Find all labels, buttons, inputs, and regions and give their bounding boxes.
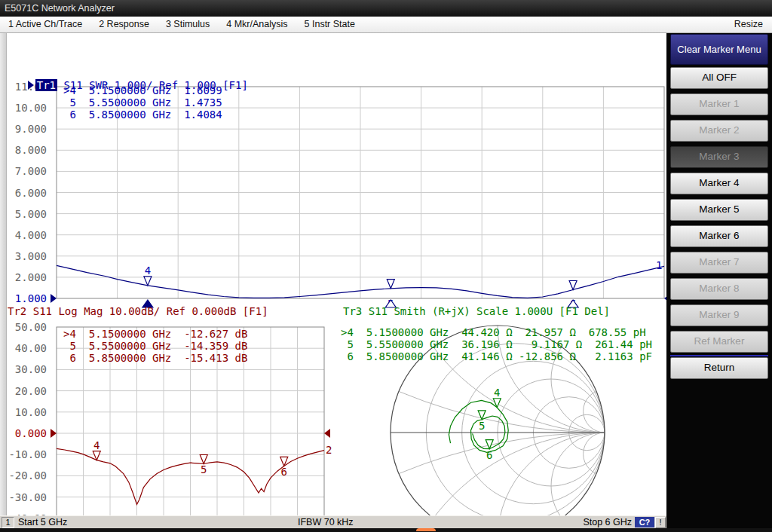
marker-table-row: >4 5.1500000 GHz -12.627 dB — [63, 328, 247, 340]
window-bottom-edge — [0, 528, 772, 532]
instrument-display: 4561 11.0010.009.0008.0007.0006.0005.000… — [0, 33, 666, 515]
y-tick-label: 2.000 — [0, 271, 47, 283]
menu-item-3[interactable]: 3 Stimulus — [158, 17, 218, 33]
marker-table-row: 5 5.5500000 GHz 1.4735 — [63, 96, 222, 109]
y-tick-label: 10.00 — [0, 102, 47, 114]
menu-item-4[interactable]: 4 Mkr/Analysis — [218, 17, 296, 33]
y-tick-label: 6.000 — [0, 187, 47, 199]
y-tick-label: 7.000 — [0, 165, 47, 177]
svg-text:6: 6 — [486, 449, 492, 461]
menu-item-2[interactable]: 2 Response — [90, 17, 158, 33]
y-tick-label: 20.00 — [0, 385, 47, 397]
softkey-marker-7[interactable]: Marker 7 — [670, 252, 768, 274]
active-trace-icon — [28, 81, 34, 90]
softkey-marker-1[interactable]: Marker 1 — [670, 93, 768, 115]
softkey-marker-9[interactable]: Marker 9 — [670, 304, 768, 326]
softkey-marker-5[interactable]: Marker 5 — [670, 199, 768, 221]
correction-badge: C? — [635, 517, 654, 527]
softkey-return[interactable]: Return — [670, 357, 768, 379]
marker-table-row: 6 5.8500000 GHz 41.146 Ω -12.856 Ω 2.116… — [341, 350, 652, 362]
svg-text:5: 5 — [201, 463, 207, 475]
svg-text:4: 4 — [93, 439, 100, 451]
y-tick-label: 40.00 — [0, 342, 47, 354]
window-title: E5071C Network Analyzer — [5, 3, 115, 14]
softkey-ref-marker[interactable]: Ref Marker — [670, 331, 768, 353]
y-tick-label: -30.00 — [0, 491, 47, 503]
tr3-marker-readout: >4 5.1500000 GHz 44.420 Ω 21.957 Ω 678.5… — [341, 326, 652, 362]
status-bar: 1 Start 5 GHz IFBW 70 kHz Stop 6 GHz C? … — [0, 515, 666, 528]
tr1-chip: Tr1 — [35, 79, 57, 91]
menu-item-5[interactable]: 5 Instr State — [296, 17, 363, 33]
softkey-marker-4[interactable]: Marker 4 — [670, 173, 768, 194]
y-tick-label: 0.000 — [0, 427, 47, 439]
y-tick-label: 3.000 — [0, 250, 47, 262]
softkey-marker-2[interactable]: Marker 2 — [670, 120, 768, 142]
marker-table-row: >4 5.1500000 GHz 1.6099 — [63, 84, 222, 96]
menu-item-1[interactable]: 1 Active Ch/Trace — [0, 17, 90, 33]
softkey-marker-6[interactable]: Marker 6 — [670, 225, 768, 247]
tr1-header[interactable]: Tr1 S11 SWR 1.000/ Ref 1.000 [F1] — [2, 67, 248, 79]
tr1-y-axis: 11.0010.009.0008.0007.0006.0005.0004.000… — [0, 83, 47, 309]
y-tick-label: 50.00 — [0, 321, 47, 333]
svg-text:2: 2 — [326, 444, 332, 456]
marker-table-row: 6 5.8500000 GHz 1.4084 — [63, 109, 222, 121]
y-tick-label: 9.000 — [0, 123, 47, 135]
tr1-marker-readout: >4 5.1500000 GHz 1.6099 5 5.5500000 GHz … — [63, 84, 222, 121]
taskbar-peek — [416, 528, 436, 531]
marker-table-row: 6 5.8500000 GHz -15.413 dB — [63, 352, 247, 364]
softkey-all-off[interactable]: All OFF — [670, 67, 768, 89]
alert-indicator: ! — [655, 517, 666, 528]
start-frequency: Start 5 GHz — [18, 517, 67, 527]
svg-text:4: 4 — [145, 264, 151, 277]
svg-text:5: 5 — [479, 420, 485, 432]
ifbw-readout: IFBW 70 kHz — [298, 517, 354, 527]
softkey-separator — [670, 355, 768, 356]
softkey-marker-8[interactable]: Marker 8 — [670, 278, 768, 300]
resize-button[interactable]: Resize — [727, 17, 772, 29]
tr2-marker-readout: >4 5.1500000 GHz -12.627 dB 5 5.5500000 … — [63, 328, 247, 364]
y-tick-label: 8.000 — [0, 144, 47, 156]
window-titlebar[interactable]: E5071C Network Analyzer — [0, 0, 772, 17]
y-tick-label: 1.000 — [0, 292, 47, 304]
svg-text:6: 6 — [281, 466, 287, 478]
menu-bar: Resize 1 Active Ch/Trace2 Response3 Stim… — [0, 17, 772, 33]
y-tick-label: -10.00 — [0, 448, 47, 460]
tr2-y-axis: 50.0040.0030.0020.0010.000.000-10.00-20.… — [0, 323, 47, 532]
softkey-sidebar: Clear Marker Menu All OFFMarker 1Marker … — [666, 33, 772, 532]
marker-table-row: >4 5.1500000 GHz 44.420 Ω 21.957 Ω 678.5… — [341, 326, 652, 338]
y-tick-label: 10.00 — [0, 406, 47, 418]
svg-text:4: 4 — [494, 387, 500, 399]
tr2-header[interactable]: Tr2 S11 Log Mag 10.00dB/ Ref 0.000dB [F1… — [8, 305, 268, 317]
softkey-menu-title: Clear Marker Menu — [670, 34, 768, 65]
marker-table-row: 5 5.5500000 GHz -14.359 dB — [63, 340, 247, 352]
softkey-marker-3[interactable]: Marker 3 — [670, 146, 768, 168]
y-tick-label: -20.00 — [0, 469, 47, 482]
marker-table-row: 5 5.5500000 GHz 36.196 Ω 9.1167 Ω 261.44… — [341, 338, 652, 350]
stop-frequency: Stop 6 GHz — [583, 517, 632, 527]
y-tick-label: 5.000 — [0, 208, 47, 220]
svg-text:1: 1 — [656, 259, 662, 271]
tr3-header[interactable]: Tr3 S11 Smith (R+jX) Scale 1.000U [F1 De… — [343, 305, 610, 317]
channel-indicator: 1 — [2, 517, 14, 528]
y-tick-label: 30.00 — [0, 363, 47, 375]
y-tick-label: 4.000 — [0, 229, 47, 241]
